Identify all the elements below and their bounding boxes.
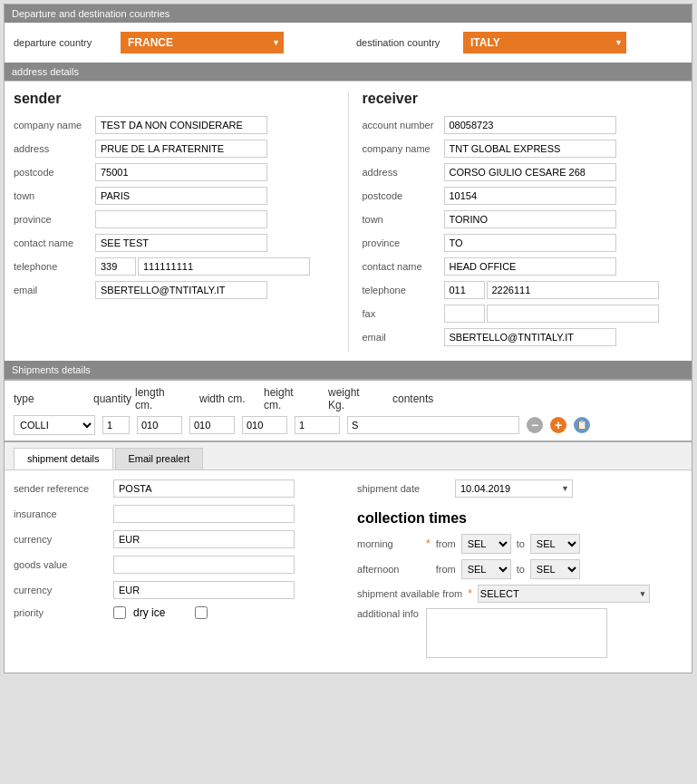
sender-phone-number-input[interactable] — [138, 257, 310, 276]
additional-info-label: additional info — [357, 608, 421, 619]
receiver-town-label: town — [363, 214, 444, 225]
departure-country-select[interactable]: FRANCE — [121, 32, 284, 53]
sender-town-label: town — [14, 190, 95, 201]
sender-reference-label: sender reference — [14, 483, 113, 494]
col-height-label: height cm. — [264, 386, 314, 411]
priority-row: priority dry ice — [14, 606, 339, 619]
insurance-input[interactable] — [113, 505, 295, 523]
shipment-width-input[interactable] — [189, 416, 235, 434]
currency2-label: currency — [14, 585, 113, 595]
ship-available-row: shipment available from * SELECT ▼ — [357, 585, 682, 603]
departure-country-item: departure country FRANCE — [14, 32, 284, 53]
sender-town-input[interactable] — [95, 187, 267, 205]
destination-country-select[interactable]: ITALY — [463, 32, 626, 53]
receiver-account-input[interactable] — [444, 116, 616, 134]
dry-ice-checkbox[interactable] — [195, 606, 208, 619]
morning-from-select[interactable]: SEL — [461, 534, 511, 554]
receiver-phone-prefix-input[interactable] — [444, 281, 485, 299]
receiver-address-row: address — [363, 163, 683, 181]
sender-postcode-label: postcode — [14, 167, 95, 178]
shipment-length-input[interactable] — [137, 416, 182, 434]
ship-available-wrapper: SELECT ▼ — [478, 585, 650, 603]
sender-address-input[interactable] — [95, 140, 267, 158]
shipment-type-select[interactable]: COLLI — [14, 415, 95, 435]
sender-title: sender — [14, 91, 334, 107]
receiver-postcode-input[interactable] — [444, 187, 616, 205]
receiver-title: receiver — [363, 91, 683, 107]
sender-address-row: address — [14, 140, 334, 158]
insurance-label: insurance — [14, 508, 113, 519]
currency2-input[interactable] — [113, 581, 295, 599]
afternoon-label: afternoon — [357, 564, 421, 575]
priority-checkbox[interactable] — [113, 606, 126, 619]
afternoon-row: afternoon * from SEL to SEL — [357, 559, 682, 579]
sender-address-label: address — [14, 143, 95, 154]
priority-checkbox-group: dry ice — [113, 606, 208, 619]
receiver-phone-number-input[interactable] — [487, 281, 659, 299]
receiver-postcode-label: postcode — [363, 190, 444, 201]
receiver-email-input[interactable] — [444, 328, 616, 346]
receiver-province-row: province — [363, 234, 683, 252]
receiver-address-input[interactable] — [444, 163, 616, 181]
copy-shipment-button[interactable]: 📋 — [574, 417, 590, 433]
sender-email-row: email — [14, 281, 334, 299]
morning-to-select[interactable]: SEL — [530, 534, 580, 554]
tab-email-prealert[interactable]: Email prealert — [115, 448, 204, 469]
additional-info-textarea[interactable] — [426, 608, 607, 658]
receiver-email-label: email — [363, 332, 444, 343]
receiver-contact-input[interactable] — [444, 257, 616, 276]
sender-company-input[interactable] — [95, 116, 267, 134]
receiver-account-row: account number — [363, 116, 683, 134]
col-weight-label: weight Kg. — [328, 386, 378, 411]
sender-postcode-row: postcode — [14, 163, 334, 181]
afternoon-to-select[interactable]: SEL — [530, 559, 580, 579]
sender-phone-prefix-input[interactable] — [95, 257, 136, 276]
shipment-quantity-input[interactable] — [102, 416, 130, 434]
sender-company-label: company name — [14, 120, 95, 131]
tab-left: sender reference insurance currency good… — [14, 479, 339, 663]
tabs-section: shipment details Email prealert sender r… — [5, 440, 692, 673]
sender-postcode-input[interactable] — [95, 163, 267, 181]
address-section: sender company name address postcode tow… — [5, 81, 692, 361]
col-width-label: width cm. — [199, 392, 249, 405]
shipment-height-input[interactable] — [242, 416, 287, 434]
sender-phone-group — [95, 257, 310, 276]
morning-required-star: * — [426, 537, 431, 550]
shipment-date-row: shipment date ▼ — [357, 479, 682, 498]
tab-content: sender reference insurance currency good… — [5, 470, 692, 673]
sender-contact-row: contact name — [14, 234, 334, 252]
col-contents-label: contents — [392, 392, 565, 405]
afternoon-from-select[interactable]: SEL — [461, 559, 511, 579]
sender-email-input[interactable] — [95, 281, 267, 299]
departure-section: departure country FRANCE destination cou… — [5, 23, 692, 63]
receiver-town-input[interactable] — [444, 210, 616, 228]
receiver-fax-prefix-input[interactable] — [444, 305, 485, 323]
receiver-col: receiver account number company name add… — [363, 91, 683, 352]
col-type-label: type — [14, 392, 86, 405]
sender-province-input[interactable] — [95, 210, 267, 228]
destination-country-label: destination country — [356, 37, 456, 48]
receiver-province-input[interactable] — [444, 234, 616, 252]
receiver-fax-number-input[interactable] — [487, 305, 659, 323]
tab-inner: sender reference insurance currency good… — [14, 479, 682, 663]
sender-contact-input[interactable] — [95, 234, 267, 252]
departure-country-label: departure country — [14, 37, 113, 48]
sender-col: sender company name address postcode tow… — [14, 91, 334, 352]
receiver-postcode-row: postcode — [363, 187, 683, 205]
receiver-contact-label: contact name — [363, 261, 444, 272]
ship-available-select[interactable]: SELECT — [478, 585, 650, 603]
goods-value-input[interactable] — [113, 556, 295, 574]
sender-reference-input[interactable] — [113, 479, 295, 498]
receiver-company-label: company name — [363, 143, 444, 154]
add-shipment-button[interactable]: + — [550, 417, 566, 433]
remove-shipment-button[interactable]: − — [527, 417, 543, 433]
receiver-company-input[interactable] — [444, 140, 616, 158]
currency2-row: currency — [14, 581, 339, 599]
receiver-telephone-row: telephone — [363, 281, 683, 299]
currency-input[interactable] — [113, 530, 295, 548]
shipment-weight-input[interactable] — [295, 416, 340, 434]
shipment-date-input[interactable] — [455, 479, 573, 498]
shipment-contents-input[interactable] — [347, 416, 519, 434]
receiver-town-row: town — [363, 210, 683, 228]
tab-shipment-details[interactable]: shipment details — [14, 448, 113, 469]
